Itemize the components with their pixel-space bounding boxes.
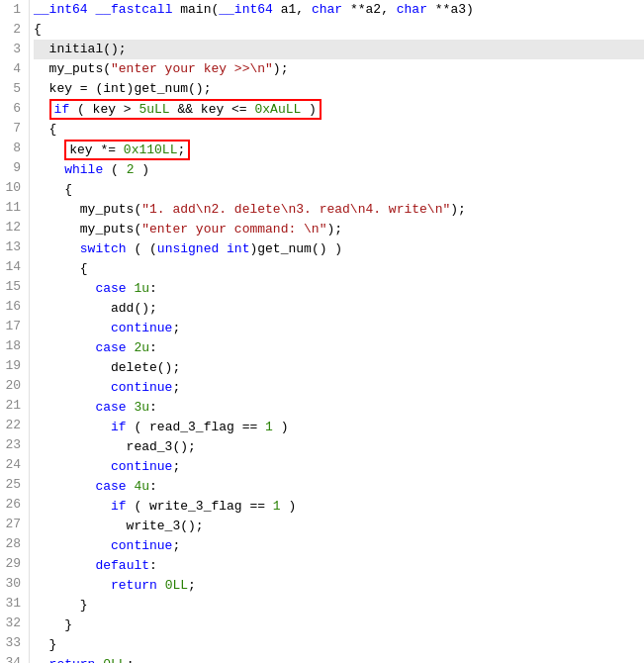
line-number: 11	[4, 198, 21, 218]
line-number: 27	[4, 515, 21, 534]
code-line: write_3();	[34, 517, 644, 536]
code-line: my_puts("enter your command: \n");	[34, 220, 644, 239]
line-number: 25	[4, 475, 21, 495]
code-line: }	[34, 596, 644, 616]
code-line: if ( key > 5uLL && key <= 0xAuLL )	[34, 99, 644, 120]
line-number: 6	[4, 99, 21, 119]
code-line: return 0LL;	[34, 655, 644, 663]
line-number: 34	[4, 653, 21, 663]
line-number: 2	[4, 20, 21, 40]
code-content: __int64 __fastcall main(__int64 a1, char…	[30, 0, 644, 663]
code-line: {	[34, 120, 644, 140]
code-line: while ( 2 )	[34, 160, 644, 180]
code-line: {	[34, 20, 644, 40]
line-number: 29	[4, 554, 21, 574]
code-line: my_puts("enter your key >>\n");	[34, 59, 644, 79]
line-number: 20	[4, 376, 21, 396]
line-number: 26	[4, 495, 21, 515]
code-line: }	[34, 616, 644, 635]
code-line: case 4u:	[34, 477, 644, 497]
code-line: case 2u:	[34, 338, 644, 358]
line-number: 1	[4, 0, 21, 20]
code-line: key = (int)get_num();	[34, 79, 644, 99]
code-line: continue;	[34, 378, 644, 398]
code-line: __int64 __fastcall main(__int64 a1, char…	[34, 0, 644, 20]
line-number: 18	[4, 336, 21, 356]
code-line: if ( read_3_flag == 1 )	[34, 418, 644, 437]
code-view: 1234567891011121314151617181920212223242…	[0, 0, 644, 663]
line-number: 21	[4, 396, 21, 416]
line-number: 3	[4, 40, 21, 59]
line-number: 12	[4, 218, 21, 237]
line-number: 9	[4, 158, 21, 178]
line-number: 13	[4, 237, 21, 257]
line-number: 31	[4, 594, 21, 614]
code-line: my_puts("1. add\n2. delete\n3. read\n4. …	[34, 200, 644, 220]
line-number: 8	[4, 139, 21, 158]
code-line: initial();	[34, 40, 644, 59]
code-line: default:	[34, 556, 644, 576]
code-line: case 1u:	[34, 279, 644, 299]
line-number: 15	[4, 277, 21, 297]
code-line: {	[34, 180, 644, 200]
code-line: continue;	[34, 319, 644, 338]
code-line: delete();	[34, 358, 644, 378]
line-number: 33	[4, 633, 21, 653]
line-number: 17	[4, 317, 21, 336]
line-number: 23	[4, 435, 21, 455]
code-line: return 0LL;	[34, 576, 644, 596]
code-line: {	[34, 259, 644, 279]
line-number: 14	[4, 257, 21, 277]
code-line: case 3u:	[34, 398, 644, 418]
code-line: switch ( (unsigned int)get_num() )	[34, 239, 644, 259]
line-number: 10	[4, 178, 21, 198]
code-line: key *= 0x110LL;	[34, 140, 644, 160]
line-number: 19	[4, 356, 21, 376]
line-number: 4	[4, 59, 21, 79]
line-number: 22	[4, 416, 21, 435]
line-number: 16	[4, 297, 21, 317]
line-number: 5	[4, 79, 21, 99]
line-numbers: 1234567891011121314151617181920212223242…	[0, 0, 30, 663]
code-line: continue;	[34, 536, 644, 556]
line-number: 24	[4, 455, 21, 475]
code-line: add();	[34, 299, 644, 319]
line-number: 32	[4, 614, 21, 633]
code-line: if ( write_3_flag == 1 )	[34, 497, 644, 517]
code-line: read_3();	[34, 437, 644, 457]
code-line: }	[34, 635, 644, 655]
code-line: continue;	[34, 457, 644, 477]
line-number: 7	[4, 119, 21, 139]
line-number: 28	[4, 534, 21, 554]
line-number: 30	[4, 574, 21, 594]
